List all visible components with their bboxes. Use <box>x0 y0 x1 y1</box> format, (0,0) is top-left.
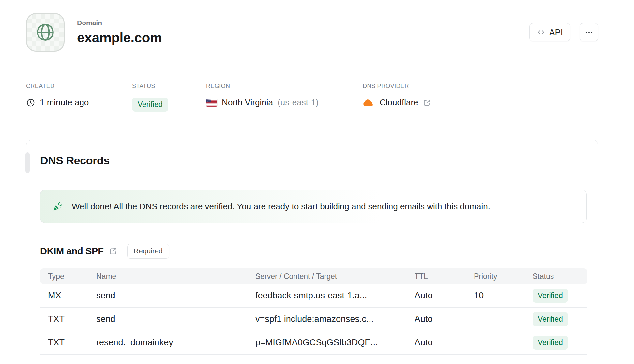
region-label: REGION <box>206 83 363 90</box>
status-label: STATUS <box>132 83 206 90</box>
page-header: Domain example.com API <box>26 13 598 52</box>
cell-name: send <box>88 314 248 324</box>
cell-name: resend._domainkey <box>88 338 248 348</box>
meta-region: REGION <box>206 83 363 112</box>
verified-banner: Well done! All the DNS records are verif… <box>40 190 587 223</box>
dns-table-header: Type Name Server / Content / Target TTL … <box>40 268 587 284</box>
api-button[interactable]: API <box>529 23 570 41</box>
api-button-label: API <box>549 27 563 38</box>
col-content: Server / Content / Target <box>248 272 407 281</box>
section-indicator <box>25 152 30 173</box>
globe-icon <box>35 22 56 43</box>
dns-provider-value: Cloudflare <box>380 98 418 108</box>
dns-table: Type Name Server / Content / Target TTL … <box>40 268 587 355</box>
table-row: TXT resend._domainkey p=MIGfMA0GCSqGSIb3… <box>40 331 587 355</box>
dns-records-title: DNS Records <box>40 154 587 167</box>
us-flag-icon <box>206 99 217 107</box>
row-status-badge: Verified <box>533 289 568 303</box>
required-badge: Required <box>127 244 169 259</box>
created-label: CREATED <box>26 83 132 90</box>
cell-ttl: Auto <box>407 291 466 301</box>
cloudflare-icon <box>363 99 375 107</box>
col-name: Name <box>88 272 248 281</box>
meta-row: CREATED 1 minute ago STATUS Verified REG… <box>26 83 634 112</box>
dkim-spf-header: DKIM and SPF Required <box>40 244 587 259</box>
code-icon <box>537 28 545 37</box>
page-title: example.com <box>77 30 162 46</box>
more-menu-button[interactable] <box>580 23 598 41</box>
party-popper-icon <box>52 201 63 212</box>
meta-created: CREATED 1 minute ago <box>26 83 132 112</box>
cell-priority: 10 <box>466 291 525 301</box>
cell-status: Verified <box>525 336 587 350</box>
status-badge: Verified <box>132 98 168 112</box>
cell-status: Verified <box>525 289 587 303</box>
cell-ttl: Auto <box>407 338 466 348</box>
verified-banner-text: Well done! All the DNS records are verif… <box>72 202 490 212</box>
dkim-spf-title: DKIM and SPF <box>40 246 104 257</box>
created-value: 1 minute ago <box>40 98 89 108</box>
domain-detail-page: Domain example.com API <box>0 0 634 364</box>
page-eyebrow: Domain <box>77 19 162 27</box>
row-status-badge: Verified <box>533 312 568 326</box>
dkim-external-link-icon[interactable] <box>109 247 117 255</box>
col-ttl: TTL <box>407 272 466 281</box>
ellipsis-icon <box>584 28 594 37</box>
provider-external-link-icon[interactable] <box>423 99 431 107</box>
clock-icon <box>26 98 35 107</box>
table-row: MX send feedback-smtp.us-east-1.a... Aut… <box>40 284 587 308</box>
col-status: Status <box>525 272 587 281</box>
row-status-badge: Verified <box>533 336 568 350</box>
region-value: North Virginia <box>222 98 273 108</box>
col-type: Type <box>40 272 88 281</box>
cell-content: p=MIGfMA0GCSqGSIb3DQE... <box>248 338 407 348</box>
meta-status: STATUS Verified <box>132 83 206 112</box>
domain-titles: Domain example.com <box>77 19 162 46</box>
cell-content: feedback-smtp.us-east-1.a... <box>248 291 407 301</box>
cell-name: send <box>88 291 248 301</box>
domain-avatar <box>26 13 65 52</box>
region-code: (us-east-1) <box>278 98 319 108</box>
cell-content: v=spf1 include:amazonses.c... <box>248 314 407 324</box>
dns-records-card: DNS Records Well done! All the DNS recor… <box>26 140 598 364</box>
table-row: TXT send v=spf1 include:amazonses.c... A… <box>40 308 587 331</box>
header-actions: API <box>529 23 598 41</box>
dns-provider-label: DNS PROVIDER <box>363 83 431 90</box>
cell-status: Verified <box>525 312 587 326</box>
cell-type: TXT <box>40 338 88 348</box>
domain-identity: Domain example.com <box>26 13 162 52</box>
meta-dns-provider: DNS PROVIDER Cloudflare <box>363 83 431 112</box>
cell-ttl: Auto <box>407 314 466 324</box>
col-priority: Priority <box>466 272 525 281</box>
cell-type: MX <box>40 291 88 301</box>
cell-type: TXT <box>40 314 88 324</box>
